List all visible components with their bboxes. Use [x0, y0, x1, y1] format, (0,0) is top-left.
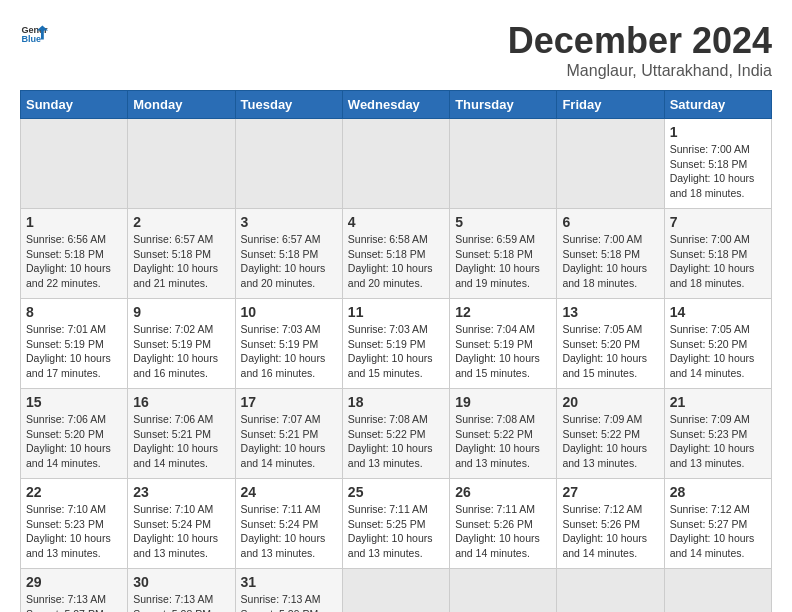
calendar-cell	[21, 119, 128, 209]
calendar-cell: 26Sunrise: 7:11 AMSunset: 5:26 PMDayligh…	[450, 479, 557, 569]
day-number: 14	[670, 304, 766, 320]
calendar-cell: 13Sunrise: 7:05 AMSunset: 5:20 PMDayligh…	[557, 299, 664, 389]
day-info: Sunrise: 7:05 AMSunset: 5:20 PMDaylight:…	[562, 322, 658, 381]
day-number: 21	[670, 394, 766, 410]
day-number: 27	[562, 484, 658, 500]
day-number: 30	[133, 574, 229, 590]
day-number: 18	[348, 394, 444, 410]
day-info: Sunrise: 7:09 AMSunset: 5:23 PMDaylight:…	[670, 412, 766, 471]
calendar-week-2: 8Sunrise: 7:01 AMSunset: 5:19 PMDaylight…	[21, 299, 772, 389]
calendar-cell: 16Sunrise: 7:06 AMSunset: 5:21 PMDayligh…	[128, 389, 235, 479]
day-number: 29	[26, 574, 122, 590]
calendar-cell: 8Sunrise: 7:01 AMSunset: 5:19 PMDaylight…	[21, 299, 128, 389]
calendar-cell: 22Sunrise: 7:10 AMSunset: 5:23 PMDayligh…	[21, 479, 128, 569]
calendar-cell: 7Sunrise: 7:00 AMSunset: 5:18 PMDaylight…	[664, 209, 771, 299]
header: General Blue December 2024 Manglaur, Utt…	[20, 20, 772, 80]
header-sunday: Sunday	[21, 91, 128, 119]
svg-text:Blue: Blue	[21, 34, 41, 44]
day-number: 17	[241, 394, 337, 410]
day-info: Sunrise: 7:07 AMSunset: 5:21 PMDaylight:…	[241, 412, 337, 471]
header-wednesday: Wednesday	[342, 91, 449, 119]
day-info: Sunrise: 7:01 AMSunset: 5:19 PMDaylight:…	[26, 322, 122, 381]
day-number: 13	[562, 304, 658, 320]
day-info: Sunrise: 6:58 AMSunset: 5:18 PMDaylight:…	[348, 232, 444, 291]
calendar-cell: 17Sunrise: 7:07 AMSunset: 5:21 PMDayligh…	[235, 389, 342, 479]
calendar-cell	[664, 569, 771, 613]
calendar-cell: 1Sunrise: 6:56 AMSunset: 5:18 PMDaylight…	[21, 209, 128, 299]
day-info: Sunrise: 7:13 AMSunset: 5:27 PMDaylight:…	[26, 592, 122, 612]
day-number: 7	[670, 214, 766, 230]
calendar-cell	[128, 119, 235, 209]
day-info: Sunrise: 7:13 AMSunset: 5:28 PMDaylight:…	[133, 592, 229, 612]
calendar-cell: 21Sunrise: 7:09 AMSunset: 5:23 PMDayligh…	[664, 389, 771, 479]
day-info: Sunrise: 7:12 AMSunset: 5:26 PMDaylight:…	[562, 502, 658, 561]
day-number: 3	[241, 214, 337, 230]
calendar-week-4: 22Sunrise: 7:10 AMSunset: 5:23 PMDayligh…	[21, 479, 772, 569]
day-info: Sunrise: 7:10 AMSunset: 5:23 PMDaylight:…	[26, 502, 122, 561]
calendar-cell: 25Sunrise: 7:11 AMSunset: 5:25 PMDayligh…	[342, 479, 449, 569]
calendar-cell: 3Sunrise: 6:57 AMSunset: 5:18 PMDaylight…	[235, 209, 342, 299]
day-info: Sunrise: 7:00 AMSunset: 5:18 PMDaylight:…	[670, 142, 766, 201]
day-info: Sunrise: 7:11 AMSunset: 5:25 PMDaylight:…	[348, 502, 444, 561]
calendar-cell	[342, 119, 449, 209]
calendar-cell	[557, 569, 664, 613]
calendar-cell: 19Sunrise: 7:08 AMSunset: 5:22 PMDayligh…	[450, 389, 557, 479]
day-number: 24	[241, 484, 337, 500]
day-number: 31	[241, 574, 337, 590]
day-number: 1	[670, 124, 766, 140]
day-info: Sunrise: 6:57 AMSunset: 5:18 PMDaylight:…	[133, 232, 229, 291]
day-number: 5	[455, 214, 551, 230]
calendar-cell	[450, 569, 557, 613]
calendar-cell	[557, 119, 664, 209]
header-friday: Friday	[557, 91, 664, 119]
calendar-cell	[450, 119, 557, 209]
calendar-cell: 9Sunrise: 7:02 AMSunset: 5:19 PMDaylight…	[128, 299, 235, 389]
day-number: 26	[455, 484, 551, 500]
calendar-cell: 24Sunrise: 7:11 AMSunset: 5:24 PMDayligh…	[235, 479, 342, 569]
day-info: Sunrise: 7:03 AMSunset: 5:19 PMDaylight:…	[348, 322, 444, 381]
title-area: December 2024 Manglaur, Uttarakhand, Ind…	[508, 20, 772, 80]
calendar-cell: 31Sunrise: 7:13 AMSunset: 5:29 PMDayligh…	[235, 569, 342, 613]
calendar-cell	[235, 119, 342, 209]
header-monday: Monday	[128, 91, 235, 119]
day-info: Sunrise: 7:12 AMSunset: 5:27 PMDaylight:…	[670, 502, 766, 561]
day-number: 19	[455, 394, 551, 410]
calendar-week-0: 1Sunrise: 7:00 AMSunset: 5:18 PMDaylight…	[21, 119, 772, 209]
day-number: 1	[26, 214, 122, 230]
calendar-cell	[342, 569, 449, 613]
day-number: 10	[241, 304, 337, 320]
day-info: Sunrise: 6:56 AMSunset: 5:18 PMDaylight:…	[26, 232, 122, 291]
day-number: 16	[133, 394, 229, 410]
day-number: 9	[133, 304, 229, 320]
calendar-cell: 1Sunrise: 7:00 AMSunset: 5:18 PMDaylight…	[664, 119, 771, 209]
calendar-cell: 28Sunrise: 7:12 AMSunset: 5:27 PMDayligh…	[664, 479, 771, 569]
calendar-cell: 14Sunrise: 7:05 AMSunset: 5:20 PMDayligh…	[664, 299, 771, 389]
calendar-cell: 6Sunrise: 7:00 AMSunset: 5:18 PMDaylight…	[557, 209, 664, 299]
day-number: 4	[348, 214, 444, 230]
calendar-cell: 15Sunrise: 7:06 AMSunset: 5:20 PMDayligh…	[21, 389, 128, 479]
day-info: Sunrise: 7:09 AMSunset: 5:22 PMDaylight:…	[562, 412, 658, 471]
day-number: 8	[26, 304, 122, 320]
logo-icon: General Blue	[20, 20, 48, 48]
calendar-cell: 12Sunrise: 7:04 AMSunset: 5:19 PMDayligh…	[450, 299, 557, 389]
calendar-cell: 2Sunrise: 6:57 AMSunset: 5:18 PMDaylight…	[128, 209, 235, 299]
calendar-cell: 23Sunrise: 7:10 AMSunset: 5:24 PMDayligh…	[128, 479, 235, 569]
header-row: Sunday Monday Tuesday Wednesday Thursday…	[21, 91, 772, 119]
calendar-cell: 5Sunrise: 6:59 AMSunset: 5:18 PMDaylight…	[450, 209, 557, 299]
calendar-cell: 29Sunrise: 7:13 AMSunset: 5:27 PMDayligh…	[21, 569, 128, 613]
day-number: 22	[26, 484, 122, 500]
day-number: 28	[670, 484, 766, 500]
day-info: Sunrise: 6:59 AMSunset: 5:18 PMDaylight:…	[455, 232, 551, 291]
logo: General Blue	[20, 20, 48, 48]
day-info: Sunrise: 7:03 AMSunset: 5:19 PMDaylight:…	[241, 322, 337, 381]
day-info: Sunrise: 7:00 AMSunset: 5:18 PMDaylight:…	[562, 232, 658, 291]
day-number: 15	[26, 394, 122, 410]
day-info: Sunrise: 7:11 AMSunset: 5:26 PMDaylight:…	[455, 502, 551, 561]
day-info: Sunrise: 7:04 AMSunset: 5:19 PMDaylight:…	[455, 322, 551, 381]
calendar-cell: 20Sunrise: 7:09 AMSunset: 5:22 PMDayligh…	[557, 389, 664, 479]
day-number: 12	[455, 304, 551, 320]
day-info: Sunrise: 7:00 AMSunset: 5:18 PMDaylight:…	[670, 232, 766, 291]
day-info: Sunrise: 7:08 AMSunset: 5:22 PMDaylight:…	[455, 412, 551, 471]
calendar-week-1: 1Sunrise: 6:56 AMSunset: 5:18 PMDaylight…	[21, 209, 772, 299]
calendar-cell: 27Sunrise: 7:12 AMSunset: 5:26 PMDayligh…	[557, 479, 664, 569]
